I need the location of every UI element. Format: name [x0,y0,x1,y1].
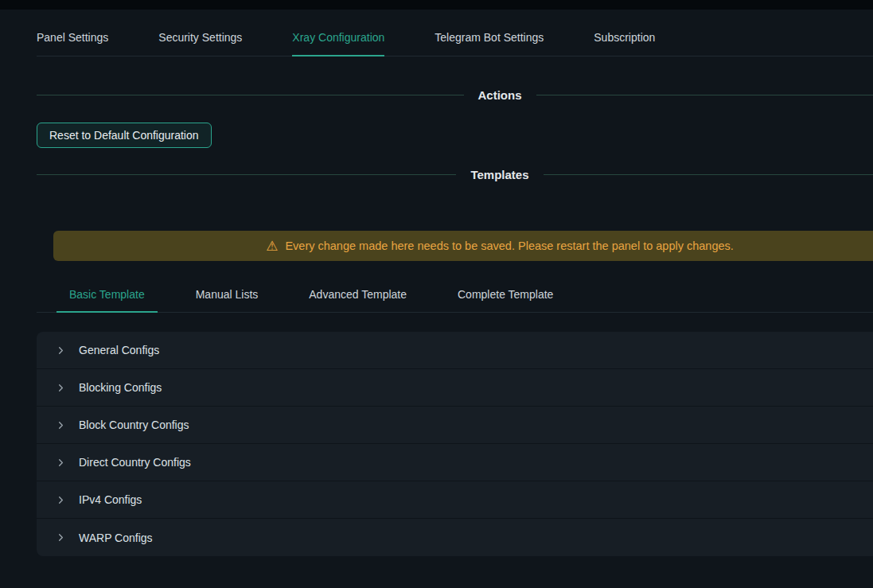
section-divider-actions: Actions [37,88,873,102]
accordion-item-general-configs[interactable]: General Configs [37,332,873,369]
tab-security-settings[interactable]: Security Settings [158,31,242,56]
accordion-item-label: WARP Configs [79,532,153,544]
divider-line [37,95,464,95]
template-tab-bar: Basic Template Manual Lists Advanced Tem… [37,288,873,313]
accordion-item-label: Blocking Configs [79,381,162,394]
accordion-item-label: General Configs [79,344,159,356]
chevron-right-icon [57,458,65,467]
accordion-item-label: IPv4 Configs [79,493,142,506]
tab-subscription[interactable]: Subscription [594,31,655,56]
warning-message: Every change made here needs to be saved… [285,239,733,252]
settings-tab-bar: Panel Settings Security Settings Xray Co… [37,31,873,56]
divider-line [536,95,873,95]
tab-advanced-template[interactable]: Advanced Template [296,288,419,312]
tab-manual-lists[interactable]: Manual Lists [183,288,271,312]
top-window-strip [0,0,873,10]
tab-panel-settings[interactable]: Panel Settings [37,31,108,56]
templates-section-title: Templates [456,168,543,181]
actions-section-title: Actions [464,88,536,102]
tab-basic-template[interactable]: Basic Template [57,288,158,312]
accordion-item-label: Direct Country Configs [79,456,191,469]
actions-row: Reset to Default Configuration [37,123,873,148]
accordion-item-label: Block Country Configs [79,419,189,431]
accordion-item-direct-country-configs[interactable]: Direct Country Configs [37,444,873,481]
accordion-item-block-country-configs[interactable]: Block Country Configs [37,407,873,444]
divider-line [37,174,456,175]
accordion-item-warp-configs[interactable]: WARP Configs [37,519,873,556]
config-accordion: General Configs Blocking Configs Block C… [37,332,873,556]
settings-page: Panel Settings Security Settings Xray Co… [37,31,873,556]
restart-warning-alert: ⚠ Every change made here needs to be sav… [53,231,873,261]
accordion-item-blocking-configs[interactable]: Blocking Configs [37,369,873,407]
tab-telegram-bot-settings[interactable]: Telegram Bot Settings [435,31,544,56]
divider-line [544,174,873,175]
chevron-right-icon [57,496,65,504]
chevron-right-icon [57,533,65,542]
tab-xray-configuration[interactable]: Xray Configuration [292,31,384,56]
chevron-right-icon [57,421,65,430]
accordion-item-ipv4-configs[interactable]: IPv4 Configs [37,481,873,519]
reset-to-default-button[interactable]: Reset to Default Configuration [37,123,212,148]
chevron-right-icon [57,384,65,392]
warning-triangle-icon: ⚠ [266,239,278,253]
section-divider-templates: Templates [37,168,873,181]
tab-complete-template[interactable]: Complete Template [445,288,566,312]
chevron-right-icon [57,346,65,355]
